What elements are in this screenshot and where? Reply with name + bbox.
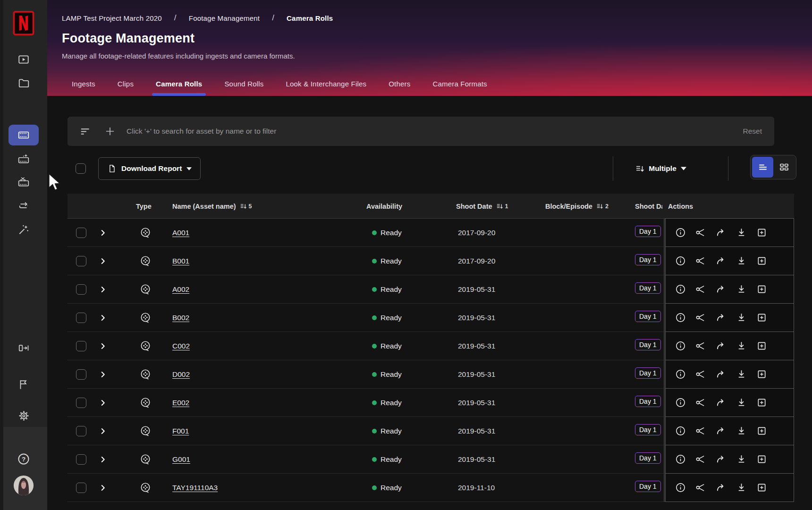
row-checkbox[interactable] [76, 284, 86, 295]
forward-arrow-icon[interactable] [716, 340, 727, 351]
row-checkbox[interactable] [76, 483, 86, 493]
filter-icon[interactable] [80, 126, 92, 137]
row-checkbox[interactable] [76, 369, 86, 380]
row-checkbox[interactable] [76, 398, 86, 408]
download-icon[interactable] [736, 397, 747, 408]
add-square-icon[interactable] [756, 227, 767, 238]
expand-chevron-icon[interactable] [98, 398, 108, 408]
tab[interactable]: Clips [117, 80, 135, 96]
forward-arrow-icon[interactable] [716, 369, 727, 380]
forward-arrow-icon[interactable] [716, 284, 727, 295]
expand-chevron-icon[interactable] [98, 284, 108, 295]
add-square-icon[interactable] [756, 482, 767, 493]
column-header-availability[interactable]: Availability [366, 194, 402, 219]
sidebar-item-export[interactable] [8, 338, 39, 358]
row-checkbox[interactable] [76, 341, 86, 351]
add-square-icon[interactable] [756, 397, 767, 408]
expand-chevron-icon[interactable] [98, 426, 108, 436]
download-icon[interactable] [736, 425, 747, 436]
sidebar-item-transfers[interactable] [8, 196, 39, 216]
row-checkbox[interactable] [76, 228, 86, 238]
download-icon[interactable] [736, 312, 747, 323]
asset-name-link[interactable]: A002 [172, 285, 189, 294]
expand-chevron-icon[interactable] [98, 369, 108, 380]
add-square-icon[interactable] [756, 340, 767, 351]
tab[interactable]: Others [388, 80, 411, 96]
column-header-block-episode[interactable]: Block/Episode 2 [545, 194, 609, 219]
tab[interactable]: Ingests [71, 80, 96, 96]
sidebar-item-editing[interactable] [8, 172, 39, 193]
info-icon[interactable] [675, 340, 686, 351]
breadcrumb-section[interactable]: Footage Management [189, 14, 260, 22]
column-header-shoot-date[interactable]: Shoot Date 1 [456, 194, 508, 219]
forward-arrow-icon[interactable] [716, 312, 727, 323]
row-checkbox[interactable] [76, 454, 86, 465]
sidebar-item-help[interactable]: ? [8, 449, 39, 469]
expand-chevron-icon[interactable] [98, 228, 108, 238]
sidebar-item-camera-rolls[interactable] [8, 125, 39, 145]
add-square-icon[interactable] [756, 284, 767, 295]
add-square-icon[interactable] [756, 312, 767, 323]
split-icon[interactable] [695, 284, 706, 295]
expand-chevron-icon[interactable] [98, 483, 108, 493]
download-report-button[interactable]: Download Report [98, 157, 201, 180]
info-icon[interactable] [675, 227, 686, 238]
asset-name-link[interactable]: TAY191110A3 [172, 484, 218, 492]
asset-name-link[interactable]: B002 [172, 314, 189, 322]
row-checkbox[interactable] [76, 313, 86, 323]
split-icon[interactable] [695, 340, 706, 351]
info-icon[interactable] [675, 482, 686, 493]
asset-name-link[interactable]: C002 [172, 342, 190, 350]
sort-dropdown[interactable]: Multiple [618, 157, 703, 180]
reset-button[interactable]: Reset [743, 127, 762, 136]
plus-icon[interactable] [104, 125, 116, 137]
user-avatar[interactable] [8, 475, 39, 496]
sidebar-item-dailies[interactable] [8, 149, 39, 170]
grid-view-button[interactable] [773, 157, 795, 178]
split-icon[interactable] [695, 312, 706, 323]
forward-arrow-icon[interactable] [716, 454, 727, 465]
add-square-icon[interactable] [756, 369, 767, 380]
netflix-logo[interactable] [13, 10, 34, 36]
tab[interactable]: Camera Rolls [155, 80, 203, 96]
tab[interactable]: Look & Interchange Files [285, 80, 367, 96]
asset-name-link[interactable]: G001 [172, 455, 190, 464]
sidebar-item-play-video[interactable] [8, 49, 39, 70]
info-icon[interactable] [675, 397, 686, 408]
info-icon[interactable] [675, 454, 686, 465]
list-view-button[interactable] [752, 157, 773, 178]
split-icon[interactable] [695, 425, 706, 436]
download-icon[interactable] [736, 284, 747, 295]
tab[interactable]: Camera Formats [431, 80, 488, 96]
download-icon[interactable] [736, 482, 747, 493]
expand-chevron-icon[interactable] [98, 313, 108, 323]
forward-arrow-icon[interactable] [716, 255, 727, 266]
info-icon[interactable] [675, 284, 686, 295]
tab[interactable]: Sound Rolls [223, 80, 264, 96]
sidebar-item-settings[interactable] [8, 405, 39, 426]
split-icon[interactable] [695, 397, 706, 408]
forward-arrow-icon[interactable] [716, 482, 727, 493]
search-input[interactable] [127, 127, 743, 136]
forward-arrow-icon[interactable] [716, 425, 727, 436]
download-icon[interactable] [736, 369, 747, 380]
column-header-shoot-day[interactable]: Shoot Da [635, 194, 662, 219]
row-checkbox[interactable] [76, 426, 86, 436]
split-icon[interactable] [695, 255, 706, 266]
download-icon[interactable] [736, 454, 747, 465]
info-icon[interactable] [675, 425, 686, 436]
sidebar-item-folders[interactable] [8, 73, 39, 94]
sidebar-item-flags[interactable] [8, 374, 39, 395]
forward-arrow-icon[interactable] [716, 397, 727, 408]
asset-name-link[interactable]: A001 [172, 229, 189, 237]
split-icon[interactable] [695, 369, 706, 380]
info-icon[interactable] [675, 255, 686, 266]
download-icon[interactable] [736, 255, 747, 266]
add-square-icon[interactable] [756, 425, 767, 436]
download-icon[interactable] [736, 340, 747, 351]
column-header-name[interactable]: Name (Asset name) 5 [172, 194, 252, 219]
split-icon[interactable] [695, 227, 706, 238]
asset-name-link[interactable]: D002 [172, 370, 190, 379]
expand-chevron-icon[interactable] [98, 454, 108, 465]
info-icon[interactable] [675, 312, 686, 323]
